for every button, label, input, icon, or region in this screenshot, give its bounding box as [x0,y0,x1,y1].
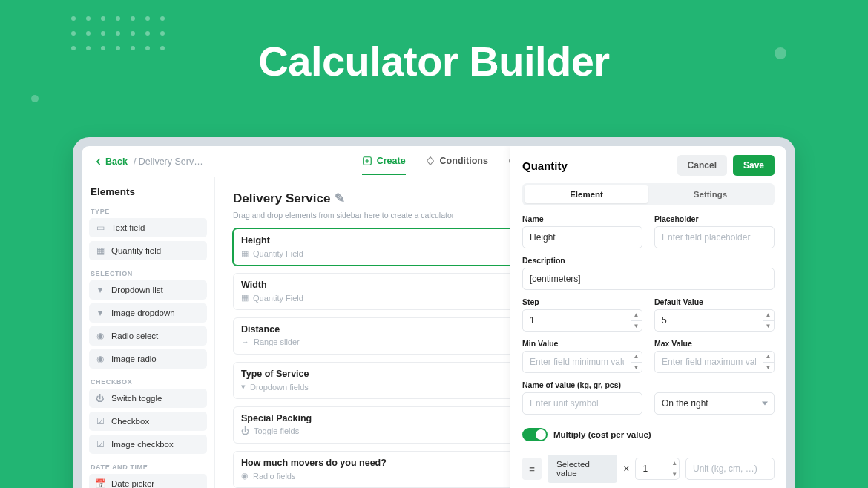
element-quantity-field[interactable]: ▦Quantity field [89,241,207,260]
max-input[interactable] [654,351,763,373]
toggle-icon: ⏻ [95,393,105,403]
element-radio-select[interactable]: ◉Radio select [89,326,207,346]
element-image-radio[interactable]: ◉Image radio [89,349,207,369]
cancel-button[interactable]: Cancel [677,155,727,176]
description-input[interactable] [522,268,775,290]
slider-icon: → [241,337,249,346]
default-input[interactable] [654,309,763,332]
panel-tabs: Element Settings [522,183,775,205]
chevron-up-icon[interactable]: ▲ [763,310,774,321]
group-label-datetime: DATE AND TIME [89,458,207,474]
label-position [654,380,775,389]
text-field-icon: ▭ [95,222,105,233]
toggle-icon: ⏻ [241,426,249,435]
panel-tab-settings[interactable]: Settings [648,185,772,203]
conditions-icon [425,156,435,166]
app-screen: Back / Delivery Serv… Create Conditions … [82,146,786,488]
group-label-type: TYPE [89,202,207,218]
step-stepper[interactable]: ▲▼ [631,309,642,332]
chevron-down-icon[interactable]: ▼ [763,363,774,373]
position-select[interactable] [654,392,775,415]
dropdown-icon: ▾ [241,382,246,392]
element-image-dropdown[interactable]: ▾Image dropdown [89,303,207,323]
breadcrumb: / Delivery Serv… [134,156,203,167]
radio-icon: ◉ [95,331,105,341]
pencil-icon[interactable]: ✎ [335,191,345,206]
panel-title: Quantity [522,159,568,172]
chevron-up-icon[interactable]: ▲ [763,352,774,363]
chevron-down-icon[interactable]: ▼ [670,469,679,480]
element-dropdown-list[interactable]: ▾Dropdown list [89,280,207,300]
elements-sidebar: Elements TYPE ▭Text field ▦Quantity fiel… [82,177,215,488]
chevron-down-icon[interactable]: ▼ [631,363,642,373]
calculator-title[interactable]: Delivery Service ✎ [233,191,345,206]
label-default: Default Value [654,297,775,306]
max-stepper[interactable]: ▲▼ [763,351,775,373]
back-link[interactable]: Back [95,156,128,167]
label-unit-name: Name of value (kg, gr, pcs) [522,380,642,389]
tab-create[interactable]: Create [362,148,406,175]
placeholder-input[interactable] [654,226,775,248]
chevron-up-icon[interactable]: ▲ [631,310,642,321]
min-input[interactable] [522,351,631,373]
back-label: Back [105,156,128,167]
create-icon [362,156,372,166]
properties-panel: Quantity Cancel Save Element Settings Na… [510,146,786,488]
group-label-selection: SELECTION [89,264,207,280]
chevron-up-icon[interactable]: ▲ [670,458,679,469]
multiply-label: Multiply (cost per value) [553,430,651,439]
checkbox-icon: ☑ [95,416,105,426]
label-placeholder: Placeholder [654,214,775,223]
tab-conditions[interactable]: Conditions [425,148,488,175]
sidebar-title: Elements [89,185,207,202]
element-date-picker[interactable]: 📅Date picker [89,474,207,488]
selected-value-chip[interactable]: Selected value [548,455,617,483]
label-min: Min Value [522,339,642,348]
quantity-field-icon: ▦ [95,245,105,256]
image-radio-icon: ◉ [95,354,105,364]
dropdown-icon: ▾ [95,285,105,295]
multiply-toggle[interactable] [522,428,548,441]
multiplier-stepper[interactable]: ▲▼ [670,458,680,480]
quantity-field-icon: ▦ [241,293,249,303]
chevron-left-icon [95,158,102,165]
label-max: Max Value [654,339,775,348]
multiplier-input[interactable] [635,458,670,480]
label-description: Description [522,256,775,265]
label-step: Step [522,297,642,306]
chevron-down-icon[interactable]: ▼ [763,321,774,332]
image-checkbox-icon: ☑ [95,439,105,449]
image-dropdown-icon: ▾ [95,308,105,318]
multiply-icon: × [623,463,629,475]
formula-unit-input[interactable] [685,458,775,480]
element-switch-toggle[interactable]: ⏻Switch toggle [89,389,207,408]
radio-icon: ◉ [241,471,249,481]
element-text-field[interactable]: ▭Text field [89,218,207,237]
step-input[interactable] [522,309,631,332]
element-image-checkbox[interactable]: ☑Image checkbox [89,435,207,454]
equals-icon: = [522,458,542,480]
element-checkbox[interactable]: ☑Checkbox [89,412,207,431]
save-button[interactable]: Save [733,155,775,176]
unit-symbol-input[interactable] [522,392,642,415]
hero-title: Calculator Builder [0,37,868,85]
label-name: Name [522,214,642,223]
calendar-icon: 📅 [95,478,105,488]
chevron-up-icon[interactable]: ▲ [631,352,642,363]
quantity-field-icon: ▦ [241,248,249,258]
min-stepper[interactable]: ▲▼ [631,351,642,373]
default-stepper[interactable]: ▲▼ [763,309,775,332]
panel-tab-element[interactable]: Element [525,185,648,203]
chevron-down-icon[interactable]: ▼ [631,321,642,332]
device-frame: Back / Delivery Serv… Create Conditions … [73,137,795,488]
name-input[interactable] [522,226,642,248]
group-label-checkbox: CHECKBOX [89,372,207,389]
